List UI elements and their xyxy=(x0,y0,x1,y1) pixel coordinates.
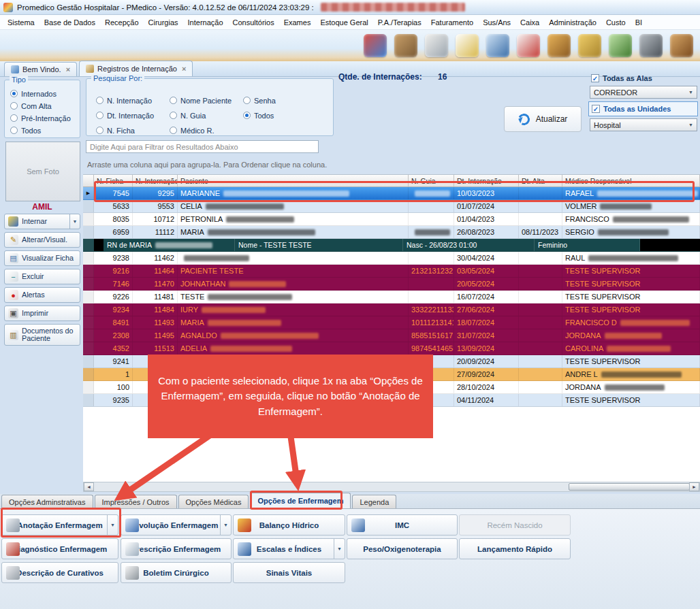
hospital-bed-icon[interactable] xyxy=(486,34,509,57)
dropdown-arrow-icon[interactable] xyxy=(69,214,80,229)
dropdown-arrow-icon[interactable] xyxy=(107,515,118,535)
tab-bem-vindo[interactable]: Bem Vindo. xyxy=(4,62,77,76)
menu-item-recepcao[interactable]: Recepção xyxy=(100,16,144,29)
grid-row-7146[interactable]: 714611470JOHNATHAN20/05/2024TESTE SUPERV… xyxy=(83,278,700,291)
column-header-medico-responsavel[interactable]: Médico Responsável xyxy=(562,175,700,186)
grid-row-5633[interactable]: 56339553CELIA01/07/2024VOLMER xyxy=(83,200,700,213)
imprimir-button[interactable]: ▣Imprimir xyxy=(4,306,80,321)
patient-photos-icon[interactable] xyxy=(394,34,417,57)
diagnostico-enfermagem-button[interactable]: Diagnóstico Enfermagem xyxy=(1,538,118,559)
radio-medico-r[interactable]: Médico R. xyxy=(170,125,236,135)
menu-item-p-a-terapias[interactable]: P.A./Terapias xyxy=(373,16,426,29)
grid-row-4352[interactable]: 435211513ADELIA9874541465813/09/2024CARO… xyxy=(83,342,700,355)
grid-row-9234[interactable]: 923411484IURY3332221113327/06/2024TESTE … xyxy=(83,303,700,316)
radio-com-alta[interactable]: Com Alta xyxy=(10,101,71,111)
escalas-e-indices-button[interactable]: Escalas e Índices xyxy=(233,538,345,559)
safe-icon[interactable] xyxy=(639,34,663,57)
radio-n-guia[interactable]: N. Guia xyxy=(170,110,236,120)
horizontal-scrollbar[interactable] xyxy=(83,482,700,492)
excluir-button[interactable]: −Excluir xyxy=(4,269,80,284)
unit-select[interactable]: Hospital xyxy=(590,118,697,131)
radio-todos[interactable]: Todos xyxy=(243,110,310,120)
documentos-do-paciente-button[interactable]: ▥Documentos do Paciente xyxy=(4,324,80,346)
prescription-pad-icon[interactable] xyxy=(456,34,479,57)
billing-crate-icon[interactable] xyxy=(578,34,601,57)
close-icon[interactable] xyxy=(182,65,186,73)
prescricao-enfermagem-button[interactable]: Prescrição Enfermagem xyxy=(121,538,232,559)
grid-row-8491[interactable]: 849111493MARIA10111213141518/07/2024FRAN… xyxy=(83,316,700,329)
menu-item-caixa[interactable]: Caixa xyxy=(515,16,544,29)
grid-row-8035[interactable]: 803510712PETRONILA01/04/2023FRANCISCO xyxy=(83,213,700,226)
evolucao-enfermagem-button[interactable]: Evolução Enfermagem xyxy=(121,514,232,536)
fluid-balance-icon xyxy=(238,519,251,532)
internar-button[interactable]: Internar xyxy=(4,214,80,229)
radio-todos[interactable]: Todos xyxy=(10,125,71,135)
menu-item-consultorios[interactable]: Consultórios xyxy=(228,16,279,29)
supplies-basket-icon[interactable] xyxy=(547,34,571,57)
all-units-checkbox[interactable] xyxy=(592,105,600,113)
menu-item-sus-ans[interactable]: Sus/Ans xyxy=(478,16,515,29)
menu-item-administracao[interactable]: Administração xyxy=(544,16,601,29)
menu-item-faturamento[interactable]: Faturamento xyxy=(426,16,478,29)
peso-oxigenoterapia-button[interactable]: Peso/Oxigenoterapia xyxy=(347,538,458,559)
boletim-cirurgico-button[interactable]: Boletim Cirúrgico xyxy=(121,562,232,583)
ambulance-icon[interactable] xyxy=(517,34,540,57)
lancamento-rapido-button[interactable]: Lançamento Rápido xyxy=(459,538,571,559)
results-filter-input[interactable] xyxy=(86,140,319,153)
column-header-paciente[interactable]: Paciente xyxy=(178,175,409,186)
column-header-n-guia[interactable]: N. Guia xyxy=(409,175,454,186)
imc-button[interactable]: IMC xyxy=(347,514,458,536)
alterar-visual-button[interactable]: ✎Alterar/Visual. xyxy=(4,232,80,248)
scroll-left-icon[interactable] xyxy=(84,482,94,491)
grid-row-2308[interactable]: 230811495AGNALDO85851516171831/07/2024JO… xyxy=(83,329,700,342)
radio-pre-internacao[interactable]: Pré-Internação xyxy=(10,113,71,123)
tab-opcoes-medicas[interactable]: Opções Médicas xyxy=(178,495,249,508)
all-wards-checkbox[interactable] xyxy=(591,74,599,82)
scroll-right-icon[interactable] xyxy=(689,482,699,491)
menu-item-estoque-geral[interactable]: Estoque Geral xyxy=(315,16,372,29)
ward-select[interactable]: CORREDOR xyxy=(590,86,697,99)
exit-door-icon[interactable] xyxy=(670,34,693,57)
grid-row-9226[interactable]: 922611481TESTE16/07/2024TESTE SUPERVISOR xyxy=(83,291,700,303)
dropdown-arrow-icon[interactable] xyxy=(334,539,345,559)
radio-dt-internacao[interactable]: Dt. Internação xyxy=(96,110,163,120)
professional-icon[interactable] xyxy=(425,34,448,57)
radio-n-internacao[interactable]: N. Internação xyxy=(96,95,163,105)
tab-impressoes-outros[interactable]: Impressões / Outros xyxy=(95,495,177,508)
grid-row-9238[interactable]: 92381146230/04/2024RAUL xyxy=(83,252,700,265)
sinais-vitais-button[interactable]: Sinais Vitais xyxy=(233,562,345,583)
radio-nome-paciente[interactable]: Nome Paciente xyxy=(170,95,236,105)
tab-opcoes-adminstrativas[interactable]: Opções Adminstrativas xyxy=(1,495,93,508)
menu-item-cirurgias[interactable]: Cirurgias xyxy=(144,16,183,29)
radio-n-ficha[interactable]: N. Ficha xyxy=(96,125,163,135)
balanco-hidrico-button[interactable]: Balanço Hídrico xyxy=(233,514,345,536)
column-header-n-internacao[interactable]: N. Internação xyxy=(133,175,178,186)
menu-item-sistema[interactable]: Sistema xyxy=(3,16,39,29)
column-header-n-ficha[interactable]: N. Ficha xyxy=(94,175,133,186)
descricao-de-curativos-button[interactable]: Descrição de Curativos xyxy=(1,562,118,583)
cash-stack-icon[interactable] xyxy=(609,34,632,57)
grid-row-7545[interactable]: 75459295MARIANNE10/03/2023RAFAEL xyxy=(83,187,700,200)
visualizar-ficha-button[interactable]: ▤Visualizar Ficha xyxy=(4,250,80,266)
menu-item-base-de-dados[interactable]: Base de Dados xyxy=(39,16,100,29)
tab-opcoes-de-enfermagem[interactable]: Opções de Enfermagem xyxy=(250,493,351,508)
tab-legenda[interactable]: Legenda xyxy=(352,495,396,508)
close-icon[interactable] xyxy=(66,65,70,73)
grid-row-rn-detail[interactable]: RN de MARIANome - TESTE TESTENasc - 26/0… xyxy=(83,239,700,252)
menu-item-exames[interactable]: Exames xyxy=(279,16,316,29)
column-header-dt-alta[interactable]: Dt. Alta xyxy=(519,175,562,186)
refresh-button[interactable]: Atualizar xyxy=(504,106,582,132)
people-network-icon[interactable] xyxy=(364,34,387,57)
radio-senha[interactable]: Senha xyxy=(243,95,310,105)
column-header-dt-internacao[interactable]: Dt. Internação xyxy=(454,175,519,186)
dropdown-arrow-icon[interactable] xyxy=(220,515,231,535)
menu-item-internacao[interactable]: Internação xyxy=(183,16,228,29)
menu-item-custo[interactable]: Custo xyxy=(601,16,631,29)
menu-item-bi[interactable]: BI xyxy=(631,16,647,29)
anotacao-enfermagem-button[interactable]: Anotação Enfermagem xyxy=(1,514,118,536)
alertas-button[interactable]: ●Alertas xyxy=(4,287,80,303)
grid-row-6959[interactable]: 695911112MARIA26/08/202308/11/2023SERGIO xyxy=(83,226,700,239)
scrollbar-thumb[interactable] xyxy=(569,483,690,491)
grid-row-9216[interactable]: 921611464PACIENTE TESTE2132131232103/05/… xyxy=(83,265,700,278)
radio-internados[interactable]: Internados xyxy=(10,88,71,99)
